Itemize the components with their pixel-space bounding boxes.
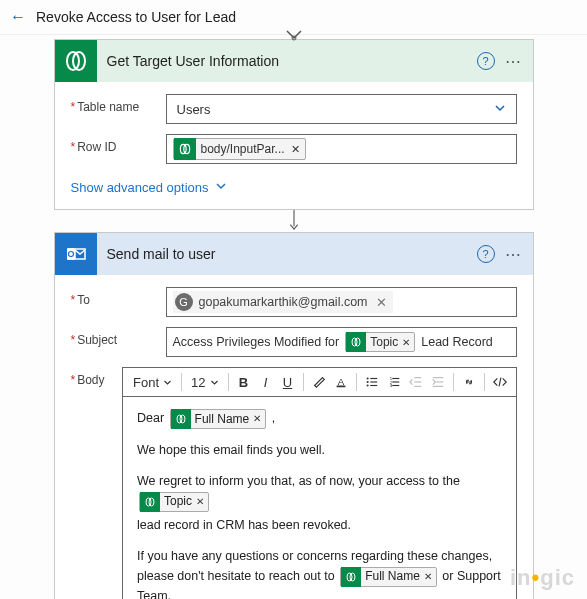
more-menu-icon[interactable]: ⋯ (505, 52, 523, 71)
svg-point-13 (366, 377, 368, 379)
token-label: Topic (164, 492, 192, 511)
select-value: Font (133, 375, 159, 390)
page-title: Revoke Access to User for Lead (36, 9, 236, 25)
required-star-icon: * (71, 333, 76, 347)
field-label: *To (71, 287, 166, 307)
token-remove-icon[interactable]: ✕ (253, 411, 261, 427)
field-body: *Body Font 12 B (71, 367, 517, 599)
row-id-input[interactable]: body/InputPar... ✕ (166, 134, 517, 164)
outlook-icon: O (55, 233, 97, 275)
bullet-list-icon[interactable] (362, 372, 382, 392)
flow-arrow-in-icon (15, 25, 572, 39)
dynamic-token-topic[interactable]: Topic ✕ (345, 332, 415, 352)
to-input[interactable]: G gopakumarkarthik@gmail.com ✕ (166, 287, 517, 317)
outdent-icon[interactable] (406, 372, 426, 392)
number-list-icon[interactable]: 123 (384, 372, 404, 392)
label-text: Subject (77, 333, 117, 347)
code-view-icon[interactable] (490, 372, 510, 392)
label-text: Body (77, 373, 104, 387)
label-text: To (77, 293, 90, 307)
token-label: Topic (370, 335, 398, 349)
token-remove-icon[interactable]: ✕ (402, 337, 410, 348)
avatar-icon: G (175, 293, 193, 311)
action-card-get-user[interactable]: Get Target User Information ? ⋯ *Table n… (54, 39, 534, 210)
required-star-icon: * (71, 140, 76, 154)
select-value: Users (177, 102, 211, 117)
body-text: We regret to inform you that, as of now,… (137, 474, 460, 488)
dynamic-token-inputpar[interactable]: body/InputPar... ✕ (173, 138, 306, 160)
card-title: Send mail to user (107, 246, 477, 262)
dataverse-icon (55, 40, 97, 82)
subject-text-prefix: Access Privileges Modified for (173, 335, 340, 349)
svg-text:A: A (337, 376, 344, 387)
font-color-icon[interactable]: A (331, 372, 351, 392)
recipient-email: gopakumarkarthik@gmail.com (199, 295, 368, 309)
svg-text:O: O (67, 249, 74, 259)
token-remove-icon[interactable]: ✕ (424, 569, 432, 585)
dynamic-token-full-name[interactable]: Full Name ✕ (340, 567, 437, 587)
more-menu-icon[interactable]: ⋯ (505, 245, 523, 264)
body-text: , (272, 411, 275, 425)
field-table-name: *Table name Users (71, 94, 517, 124)
highlight-icon[interactable] (309, 372, 329, 392)
chevron-down-icon (215, 180, 227, 195)
dynamic-token-topic[interactable]: Topic ✕ (139, 492, 209, 512)
field-label: *Subject (71, 327, 166, 347)
field-to: *To G gopakumarkarthik@gmail.com ✕ (71, 287, 517, 317)
dataverse-icon (140, 492, 160, 512)
dataverse-icon (171, 409, 191, 429)
field-label: *Row ID (71, 134, 166, 154)
token-remove-icon[interactable]: ✕ (196, 494, 204, 510)
indent-icon[interactable] (428, 372, 448, 392)
underline-icon[interactable]: U (278, 372, 298, 392)
rich-text-toolbar: Font 12 B I U (122, 367, 516, 397)
dynamic-token-full-name[interactable]: Full Name ✕ (170, 409, 267, 429)
select-value: 12 (191, 375, 205, 390)
recipient-token[interactable]: G gopakumarkarthik@gmail.com ✕ (173, 291, 393, 313)
font-size-select[interactable]: 12 (187, 375, 222, 390)
svg-rect-12 (336, 386, 345, 388)
back-arrow-icon[interactable]: ← (10, 8, 26, 26)
token-remove-icon[interactable]: ✕ (291, 143, 300, 156)
chevron-down-icon (494, 102, 506, 117)
dataverse-icon (341, 567, 361, 587)
token-label: Full Name (195, 410, 250, 429)
action-card-send-mail[interactable]: O Send mail to user ? ⋯ *To G gopakumark… (54, 232, 534, 599)
body-editor[interactable]: Dear Full Name ✕ , We hope this email fi… (122, 397, 516, 599)
required-star-icon: * (71, 293, 76, 307)
field-label: *Body (71, 367, 123, 387)
show-advanced-label: Show advanced options (71, 180, 209, 195)
dataverse-icon (174, 138, 196, 160)
subject-input[interactable]: Access Privileges Modified for Topic ✕ L… (166, 327, 517, 357)
label-text: Table name (77, 100, 139, 114)
label-text: Row ID (77, 140, 116, 154)
bold-icon[interactable]: B (234, 372, 254, 392)
body-text: lead record in CRM has been revoked. (137, 516, 501, 535)
table-name-select[interactable]: Users (166, 94, 517, 124)
svg-point-15 (366, 381, 368, 383)
field-label: *Table name (71, 94, 166, 114)
help-icon[interactable]: ? (477, 245, 495, 263)
subject-text-suffix: Lead Record (421, 335, 493, 349)
card-title: Get Target User Information (107, 53, 477, 69)
card-body: *Table name Users *Row ID (55, 82, 533, 209)
token-remove-icon[interactable]: ✕ (376, 295, 387, 310)
flow-arrow-icon (15, 210, 572, 232)
required-star-icon: * (71, 373, 76, 387)
token-label: Full Name (365, 567, 420, 586)
font-family-select[interactable]: Font (129, 375, 176, 390)
required-star-icon: * (71, 100, 76, 114)
svg-text:3: 3 (389, 383, 392, 388)
help-icon[interactable]: ? (477, 52, 495, 70)
dataverse-icon (346, 332, 366, 352)
field-row-id: *Row ID body/InputPar... ✕ (71, 134, 517, 164)
flow-canvas: Get Target User Information ? ⋯ *Table n… (0, 25, 587, 599)
link-icon[interactable] (459, 372, 479, 392)
token-label: body/InputPar... (201, 142, 285, 156)
field-subject: *Subject Access Privileges Modified for … (71, 327, 517, 357)
italic-icon[interactable]: I (256, 372, 276, 392)
card-body: *To G gopakumarkarthik@gmail.com ✕ *Subj… (55, 275, 533, 599)
show-advanced-options[interactable]: Show advanced options (71, 180, 227, 195)
card-header[interactable]: O Send mail to user ? ⋯ (55, 233, 533, 275)
body-text: We hope this email finds you well. (137, 441, 501, 460)
